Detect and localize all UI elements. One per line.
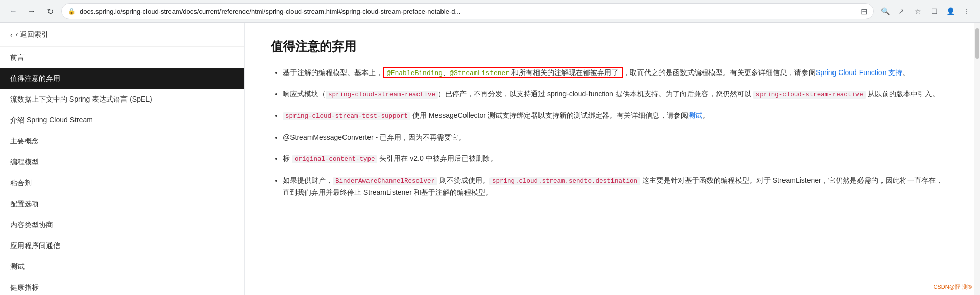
code-binder-aware: BinderAwareChannelResolver <box>333 177 437 185</box>
item1-highlight: @EnableBinding、@StreamListener 和所有相关的注解现… <box>383 67 623 78</box>
code-original-content-type: original-content-type <box>292 155 378 163</box>
address-bar[interactable]: 🔒 docs.spring.io/spring-cloud-stream/doc… <box>61 3 874 19</box>
testing-link[interactable]: 测试 <box>688 111 702 119</box>
code-reactive: spring-cloud-stream-reactive <box>326 91 438 99</box>
list-item: 标 original-content-type 头引用在 v2.0 中被弃用后已… <box>283 153 948 165</box>
item4-text: @StreamMessageConverter - 已弃用，因为不再需要它。 <box>283 133 465 141</box>
code-reactive2: spring-cloud-stream-reactive <box>753 91 866 99</box>
sidebar-item-concepts[interactable]: 主要概念 <box>0 131 244 152</box>
browser-chrome: ← → ↻ 🔒 docs.spring.io/spring-cloud-stre… <box>0 0 980 23</box>
sidebar-item-programming[interactable]: 编程模型 <box>0 152 244 173</box>
window-icon[interactable]: ☐ <box>927 4 941 18</box>
sidebar: ‹ ‹ 返回索引 前言 值得注意的弃用 流数据上下文中的 Spring 表达式语… <box>0 23 245 295</box>
list-item: @StreamMessageConverter - 已弃用，因为不再需要它。 <box>283 132 948 144</box>
doc-list: 基于注解的编程模型。基本上， @EnableBinding、@StreamLis… <box>271 67 948 199</box>
search-icon[interactable]: 🔍 <box>878 4 892 18</box>
back-chevron-icon: ‹ <box>10 31 13 39</box>
back-label: ‹ 返回索引 <box>16 30 49 39</box>
list-item: spring-cloud-stream-test-support 使用 Mess… <box>283 110 948 122</box>
lock-icon: 🔒 <box>68 8 76 15</box>
sidebar-item-config[interactable]: 配置选项 <box>0 193 244 214</box>
doc-area: 值得注意的弃用 基于注解的编程模型。基本上， @EnableBinding、@S… <box>245 23 974 295</box>
scrollbar-thumb[interactable] <box>975 28 979 59</box>
content-area: ‹ ‹ 返回索引 前言 值得注意的弃用 流数据上下文中的 Spring 表达式语… <box>0 23 980 295</box>
address-text: docs.spring.io/spring-cloud-stream/docs/… <box>80 8 856 15</box>
translate-icon[interactable]: ⊟ <box>861 7 867 16</box>
bookmark-icon[interactable]: ☆ <box>911 4 925 18</box>
sidebar-item-spel[interactable]: 流数据上下文中的 Spring 表达式语言 (SpEL) <box>0 89 244 110</box>
nav-icons: 🔍 ↗ ☆ ☐ 👤 ⋮ <box>878 4 974 18</box>
forward-button[interactable]: → <box>24 4 39 18</box>
sidebar-item-inter-app[interactable]: 应用程序间通信 <box>0 235 244 256</box>
list-item: 响应式模块（spring-cloud-stream-reactive）已停产，不… <box>283 88 948 101</box>
csdn-watermark: CSDN@怪 测® <box>934 283 972 291</box>
spring-cloud-function-link[interactable]: Spring Cloud Function 支持 <box>816 68 902 77</box>
back-button[interactable]: ← <box>6 4 20 18</box>
nav-bar: ← → ↻ 🔒 docs.spring.io/spring-cloud-stre… <box>0 0 980 22</box>
code-sendto: spring.cloud.stream.sendto.destination <box>489 177 640 185</box>
list-item: 基于注解的编程模型。基本上， @EnableBinding、@StreamLis… <box>283 67 948 79</box>
sidebar-item-notable[interactable]: 值得注意的弃用 <box>0 68 244 89</box>
refresh-button[interactable]: ↻ <box>43 4 57 18</box>
code-test-support: spring-cloud-stream-test-support <box>283 112 410 120</box>
profile-icon[interactable]: 👤 <box>943 4 958 18</box>
menu-icon[interactable]: ⋮ <box>960 4 974 18</box>
sidebar-item-intro[interactable]: 介绍 Spring Cloud Stream <box>0 110 244 131</box>
sidebar-item-testing[interactable]: 测试 <box>0 256 244 277</box>
sidebar-back-button[interactable]: ‹ ‹ 返回索引 <box>0 23 244 47</box>
sidebar-item-health[interactable]: 健康指标 <box>0 277 244 295</box>
list-item: 如果提供财产，BinderAwareChannelResolver 则不赞成使用… <box>283 175 948 199</box>
annotation-enable-binding: @EnableBinding <box>387 69 443 77</box>
share-icon[interactable]: ↗ <box>894 4 909 18</box>
annotation-stream-listener: @StreamListener <box>450 69 509 77</box>
doc-title: 值得注意的弃用 <box>271 38 948 55</box>
scrollbar[interactable] <box>974 23 980 295</box>
sidebar-item-content-type[interactable]: 内容类型协商 <box>0 214 244 235</box>
sidebar-item-binder[interactable]: 粘合剂 <box>0 173 244 193</box>
sidebar-item-preface[interactable]: 前言 <box>0 47 244 68</box>
item1-prefix: 基于注解的编程模型。基本上， <box>283 68 383 77</box>
